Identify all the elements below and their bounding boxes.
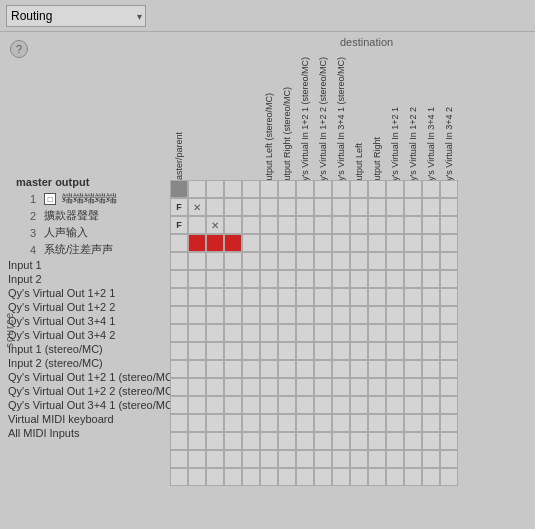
cell-r15-c1[interactable] <box>188 432 206 450</box>
cell-r1-c10[interactable] <box>350 180 368 198</box>
cell-r16-c14[interactable] <box>422 450 440 468</box>
cell-r7-c13[interactable] <box>404 288 422 306</box>
cell-r1-c15[interactable] <box>440 180 458 198</box>
cell-r9-c14[interactable] <box>422 324 440 342</box>
cell-r14-c4[interactable] <box>242 414 260 432</box>
cell-r14-c6[interactable] <box>278 414 296 432</box>
cell-r14-c1[interactable] <box>188 414 206 432</box>
cell-r4-c2[interactable] <box>206 234 224 252</box>
cell-r15-c13[interactable] <box>404 432 422 450</box>
cell-r3-c1[interactable] <box>188 216 206 234</box>
cell-r10-c0[interactable] <box>170 342 188 360</box>
cell-r3-c11[interactable] <box>368 216 386 234</box>
cell-r4-c12[interactable] <box>386 234 404 252</box>
cell-r11-c1[interactable] <box>188 360 206 378</box>
cell-r1-c13[interactable] <box>404 180 422 198</box>
cell-r11-c2[interactable] <box>206 360 224 378</box>
cell-r7-c12[interactable] <box>386 288 404 306</box>
cell-r9-c4[interactable] <box>242 324 260 342</box>
cell-r7-c6[interactable] <box>278 288 296 306</box>
cell-r13-c5[interactable] <box>260 396 278 414</box>
cell-r5-c13[interactable] <box>404 252 422 270</box>
cell-r11-c7[interactable] <box>296 360 314 378</box>
cell-r1-c7[interactable] <box>296 180 314 198</box>
cell-r4-c15[interactable] <box>440 234 458 252</box>
cell-r7-c7[interactable] <box>296 288 314 306</box>
cell-r13-c13[interactable] <box>404 396 422 414</box>
cell-r4-c11[interactable] <box>368 234 386 252</box>
cell-r10-c15[interactable] <box>440 342 458 360</box>
cell-r17-c7[interactable] <box>296 468 314 486</box>
cell-r14-c14[interactable] <box>422 414 440 432</box>
cell-r11-c9[interactable] <box>332 360 350 378</box>
cell-r14-c2[interactable] <box>206 414 224 432</box>
cell-r17-c14[interactable] <box>422 468 440 486</box>
cell-r2-c8[interactable] <box>314 198 332 216</box>
cell-r1-c9[interactable] <box>332 180 350 198</box>
cell-r8-c1[interactable] <box>188 306 206 324</box>
cell-r9-c15[interactable] <box>440 324 458 342</box>
cell-r17-c11[interactable] <box>368 468 386 486</box>
cell-r8-c14[interactable] <box>422 306 440 324</box>
cell-r10-c9[interactable] <box>332 342 350 360</box>
cell-r15-c9[interactable] <box>332 432 350 450</box>
cell-r5-c2[interactable] <box>206 252 224 270</box>
cell-r9-c9[interactable] <box>332 324 350 342</box>
cell-r17-c8[interactable] <box>314 468 332 486</box>
cell-r15-c4[interactable] <box>242 432 260 450</box>
cell-r15-c6[interactable] <box>278 432 296 450</box>
cell-r14-c12[interactable] <box>386 414 404 432</box>
cell-r9-c6[interactable] <box>278 324 296 342</box>
cell-r15-c8[interactable] <box>314 432 332 450</box>
cell-r13-c1[interactable] <box>188 396 206 414</box>
cell-r12-c14[interactable] <box>422 378 440 396</box>
cell-r10-c14[interactable] <box>422 342 440 360</box>
cell-r2-c2[interactable] <box>206 198 224 216</box>
cell-r14-c9[interactable] <box>332 414 350 432</box>
cell-r15-c5[interactable] <box>260 432 278 450</box>
routing-select-wrapper[interactable]: Routing ▾ <box>6 5 146 27</box>
cell-r4-c9[interactable] <box>332 234 350 252</box>
cell-r13-c8[interactable] <box>314 396 332 414</box>
cell-r5-c14[interactable] <box>422 252 440 270</box>
cell-r8-c15[interactable] <box>440 306 458 324</box>
cell-r7-c2[interactable] <box>206 288 224 306</box>
cell-r11-c11[interactable] <box>368 360 386 378</box>
cell-r5-c1[interactable] <box>188 252 206 270</box>
cell-r6-c12[interactable] <box>386 270 404 288</box>
cell-r12-c3[interactable] <box>224 378 242 396</box>
cell-r2-c4[interactable] <box>242 198 260 216</box>
cell-r12-c2[interactable] <box>206 378 224 396</box>
cell-r1-c8[interactable] <box>314 180 332 198</box>
cell-r16-c15[interactable] <box>440 450 458 468</box>
cell-r2-c0[interactable]: F <box>170 198 188 216</box>
cell-r8-c8[interactable] <box>314 306 332 324</box>
cell-r3-c15[interactable] <box>440 216 458 234</box>
cell-r6-c9[interactable] <box>332 270 350 288</box>
cell-r17-c0[interactable] <box>170 468 188 486</box>
cell-r13-c7[interactable] <box>296 396 314 414</box>
cell-r8-c5[interactable] <box>260 306 278 324</box>
cell-r6-c1[interactable] <box>188 270 206 288</box>
cell-r2-c11[interactable] <box>368 198 386 216</box>
cell-r16-c11[interactable] <box>368 450 386 468</box>
cell-r17-c1[interactable] <box>188 468 206 486</box>
cell-r15-c15[interactable] <box>440 432 458 450</box>
cell-r15-c2[interactable] <box>206 432 224 450</box>
cell-r9-c1[interactable] <box>188 324 206 342</box>
cell-r4-c7[interactable] <box>296 234 314 252</box>
cell-r6-c7[interactable] <box>296 270 314 288</box>
cell-r16-c8[interactable] <box>314 450 332 468</box>
cell-r6-c6[interactable] <box>278 270 296 288</box>
cell-r15-c11[interactable] <box>368 432 386 450</box>
cell-r5-c4[interactable] <box>242 252 260 270</box>
cell-r15-c12[interactable] <box>386 432 404 450</box>
cell-r14-c3[interactable] <box>224 414 242 432</box>
cell-r17-c4[interactable] <box>242 468 260 486</box>
cell-r16-c12[interactable] <box>386 450 404 468</box>
cell-r7-c4[interactable] <box>242 288 260 306</box>
cell-r8-c11[interactable] <box>368 306 386 324</box>
cell-r9-c11[interactable] <box>368 324 386 342</box>
cell-r13-c11[interactable] <box>368 396 386 414</box>
cell-r2-c14[interactable] <box>422 198 440 216</box>
